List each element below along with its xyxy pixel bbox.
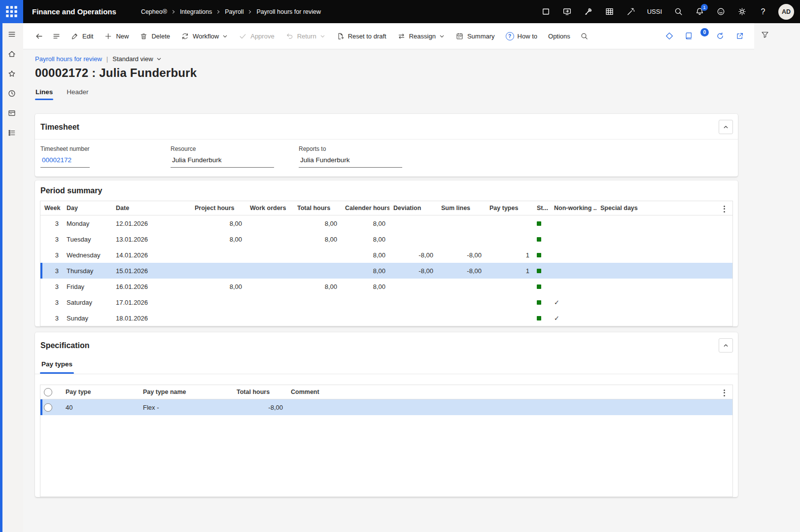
rocket-button[interactable] (580, 3, 597, 20)
how-to-button[interactable]: ?How to (500, 27, 543, 45)
col-work-orders[interactable]: Work orders (246, 201, 293, 215)
sidebar-item-home[interactable] (4, 46, 19, 61)
focus-mode-button[interactable] (538, 3, 555, 20)
command-list-button[interactable] (48, 27, 65, 45)
cell-non-working: ✓ (550, 279, 596, 294)
col-special-days[interactable]: Special days (596, 201, 643, 215)
period-row[interactable]: 3 Monday 12.01.2026 8,00 8,00 8,00 ✓ (40, 215, 732, 231)
breadcrumb-item[interactable]: Integrations (180, 8, 212, 15)
col-sum-lines[interactable]: Sum lines (437, 201, 486, 215)
guide-button[interactable] (681, 27, 697, 45)
col-status[interactable]: St... (533, 201, 550, 215)
row-checkbox[interactable] (44, 403, 52, 412)
grid-options-button[interactable] (720, 387, 729, 399)
feedback-button[interactable] (712, 3, 729, 20)
tab-header[interactable]: Header (66, 88, 89, 100)
col-deviation[interactable]: Deviation (389, 201, 437, 215)
view-selector[interactable]: Standard view (112, 55, 161, 63)
cell-day: Tuesday (63, 231, 112, 247)
smiley-icon (716, 7, 726, 16)
new-button[interactable]: New (99, 27, 134, 45)
nav-menu-button[interactable] (4, 27, 19, 41)
cell-pay-type[interactable]: 40 (62, 399, 139, 415)
field-label: Reports to (299, 145, 402, 152)
edit-label: Edit (82, 33, 93, 40)
col-calender-hours[interactable]: Calender hours (341, 201, 389, 215)
sidebar-item-recent[interactable] (4, 86, 19, 101)
resource-value[interactable]: Julia Funderburk (171, 156, 274, 168)
specification-title: Specification (40, 341, 90, 350)
breadcrumb-item[interactable]: Payroll hours for review (256, 8, 321, 15)
open-in-new-button[interactable] (731, 27, 748, 45)
period-row-selected[interactable]: 3 Thursday 15.01.2026 8,00 -8,00 -8,00 1… (40, 263, 732, 279)
delete-button[interactable]: Delete (134, 27, 175, 45)
settings-button[interactable] (733, 3, 750, 20)
tab-pay-types[interactable]: Pay types (40, 358, 74, 374)
edit-button[interactable]: Edit (65, 27, 99, 45)
collapse-specification-button[interactable] (719, 338, 733, 353)
options-label: Options (548, 33, 570, 40)
col-total-hours[interactable]: Total hours (233, 385, 287, 399)
col-non-working[interactable]: Non-working ... (550, 201, 596, 215)
breadcrumb-item[interactable]: Payroll (225, 8, 243, 15)
personalize-button[interactable] (661, 27, 678, 45)
tab-lines[interactable]: Lines (35, 88, 53, 100)
return-button[interactable]: Return (280, 27, 331, 45)
notifications-button[interactable]: 1 (691, 3, 708, 20)
cell-pay-types: 1 (486, 247, 533, 263)
cell-sum-lines: -8,00 (437, 263, 486, 279)
sidebar-item-workspaces[interactable] (4, 106, 19, 120)
period-row[interactable]: 3 Tuesday 13.01.2026 8,00 8,00 8,00 ✓ (40, 231, 732, 247)
refresh-button[interactable] (712, 27, 729, 45)
spec-row-selected[interactable]: 40 Flex - -8,00 (40, 399, 732, 415)
command-search-button[interactable] (576, 27, 593, 45)
cell-total-hours: 8,00 (293, 215, 341, 231)
col-date[interactable]: Date (112, 201, 191, 215)
timesheet-number-value[interactable]: 00002172 (40, 156, 90, 168)
cell-week: 3 (40, 231, 63, 247)
grid-button[interactable] (601, 3, 618, 20)
workflow-button[interactable]: Workflow (175, 27, 233, 45)
col-pay-types[interactable]: Pay types (486, 201, 533, 215)
grid-options-button[interactable] (720, 203, 729, 215)
approve-button[interactable]: Approve (233, 27, 279, 45)
sidebar-item-favorites[interactable] (4, 66, 19, 81)
cell-sum-lines (437, 294, 486, 310)
col-pay-type-name[interactable]: Pay type name (139, 385, 233, 399)
col-project-hours[interactable]: Project hours (191, 201, 246, 215)
col-total-hours[interactable]: Total hours (293, 201, 341, 215)
timesheet-number-field: Timesheet number 00002172 (40, 145, 90, 168)
reassign-button[interactable]: Reassign (392, 27, 450, 45)
back-button[interactable] (31, 27, 48, 45)
message-count-badge[interactable]: 0 (700, 28, 709, 36)
app-launcher-button[interactable] (0, 0, 23, 23)
cell-date: 17.01.2026 (112, 294, 191, 310)
magic-wand-button[interactable] (623, 3, 639, 20)
period-row[interactable]: 3 Saturday 17.01.2026 ✓ (40, 294, 732, 310)
topbar: Finance and Operations Cepheo® Integrati… (0, 0, 800, 23)
reset-to-draft-button[interactable]: Reset to draft (331, 27, 392, 45)
collapse-timesheet-button[interactable] (719, 120, 733, 134)
col-comment[interactable]: Comment (287, 385, 395, 399)
app-title[interactable]: Finance and Operations (32, 7, 116, 16)
summary-button[interactable]: Summary (450, 27, 500, 45)
col-pay-type[interactable]: Pay type (62, 385, 139, 399)
col-day[interactable]: Day (63, 201, 112, 215)
period-row[interactable]: 3 Wednesday 14.01.2026 8,00 -8,00 -8,00 … (40, 247, 732, 263)
period-row[interactable]: 3 Sunday 18.01.2026 ✓ (40, 310, 732, 326)
period-row[interactable]: 3 Friday 16.01.2026 8,00 8,00 8,00 ✓ (40, 279, 732, 294)
list-page-link[interactable]: Payroll hours for review (35, 55, 102, 63)
magic-wand-icon (626, 7, 635, 16)
breadcrumb-item[interactable]: Cepheo® (141, 8, 167, 15)
reports-to-value[interactable]: Julia Funderburk (299, 156, 402, 168)
options-button[interactable]: Options (543, 27, 576, 45)
filter-button[interactable] (758, 27, 772, 42)
cell-special-days (596, 279, 643, 294)
select-all-checkbox[interactable] (44, 388, 52, 396)
help-button[interactable]: ? (755, 3, 771, 20)
avatar[interactable]: AD (778, 4, 794, 20)
col-week[interactable]: Week (40, 201, 63, 215)
task-recorder-button[interactable] (559, 3, 576, 20)
search-button[interactable] (670, 3, 687, 20)
sidebar-item-modules[interactable] (4, 125, 19, 140)
